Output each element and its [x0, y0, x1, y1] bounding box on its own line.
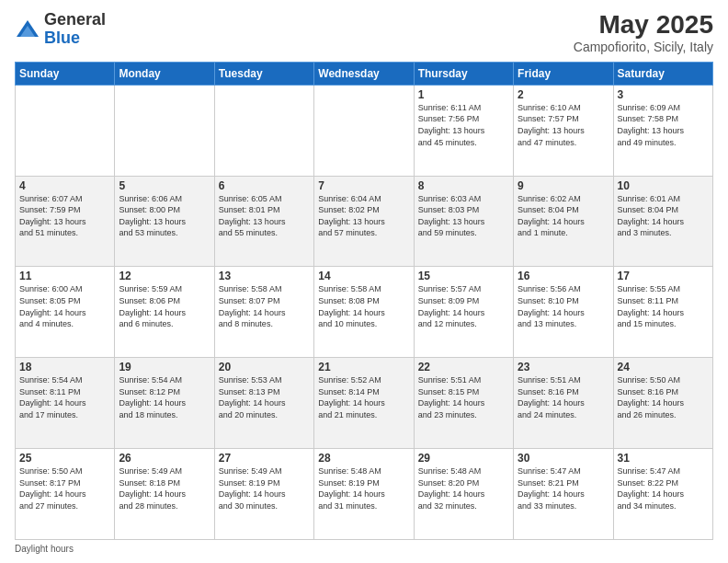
day-info: Sunrise: 6:02 AM Sunset: 8:04 PM Dayligh… — [518, 193, 609, 239]
day-number: 10 — [618, 179, 709, 192]
calendar-cell: 29Sunrise: 5:48 AM Sunset: 8:20 PM Dayli… — [414, 449, 513, 540]
footer-label: Daylight hours — [15, 544, 74, 554]
day-info: Sunrise: 6:09 AM Sunset: 7:58 PM Dayligh… — [618, 102, 709, 148]
calendar-week-row: 11Sunrise: 6:00 AM Sunset: 8:05 PM Dayli… — [16, 267, 713, 358]
day-info: Sunrise: 5:48 AM Sunset: 8:19 PM Dayligh… — [318, 465, 409, 511]
header: General Blue May 2025 Campofiorito, Sici… — [15, 11, 713, 54]
calendar-cell — [214, 85, 313, 176]
day-number: 4 — [19, 179, 110, 192]
calendar-day-header: Monday — [115, 62, 214, 85]
day-info: Sunrise: 5:53 AM Sunset: 8:13 PM Dayligh… — [219, 374, 310, 420]
day-info: Sunrise: 6:10 AM Sunset: 7:57 PM Dayligh… — [518, 102, 609, 148]
day-number: 13 — [219, 270, 310, 282]
day-number: 3 — [618, 88, 709, 101]
day-number: 24 — [618, 361, 709, 373]
day-number: 5 — [119, 179, 210, 192]
calendar-cell — [16, 85, 115, 176]
day-info: Sunrise: 5:54 AM Sunset: 8:11 PM Dayligh… — [19, 374, 110, 420]
day-info: Sunrise: 5:54 AM Sunset: 8:12 PM Dayligh… — [119, 374, 210, 420]
footer: Daylight hours — [15, 544, 713, 554]
day-info: Sunrise: 5:56 AM Sunset: 8:10 PM Dayligh… — [518, 283, 609, 329]
day-info: Sunrise: 5:49 AM Sunset: 8:18 PM Dayligh… — [119, 465, 210, 511]
calendar-cell: 31Sunrise: 5:47 AM Sunset: 8:22 PM Dayli… — [613, 449, 712, 540]
page: General Blue May 2025 Campofiorito, Sici… — [0, 0, 728, 563]
day-info: Sunrise: 6:07 AM Sunset: 7:59 PM Dayligh… — [19, 193, 110, 239]
calendar-cell: 12Sunrise: 5:59 AM Sunset: 8:06 PM Dayli… — [115, 267, 214, 358]
day-number: 15 — [418, 270, 509, 282]
title-block: May 2025 Campofiorito, Sicily, Italy — [574, 11, 713, 54]
calendar-table: SundayMondayTuesdayWednesdayThursdayFrid… — [15, 62, 713, 540]
calendar-cell: 15Sunrise: 5:57 AM Sunset: 8:09 PM Dayli… — [414, 267, 513, 358]
day-info: Sunrise: 5:58 AM Sunset: 8:08 PM Dayligh… — [318, 283, 409, 329]
day-info: Sunrise: 6:05 AM Sunset: 8:01 PM Dayligh… — [219, 193, 310, 239]
calendar-cell: 5Sunrise: 6:06 AM Sunset: 8:00 PM Daylig… — [115, 176, 214, 267]
day-number: 9 — [518, 179, 609, 192]
calendar-cell: 18Sunrise: 5:54 AM Sunset: 8:11 PM Dayli… — [16, 358, 115, 449]
day-number: 31 — [618, 452, 709, 465]
logo-icon — [15, 17, 40, 42]
calendar-day-header: Tuesday — [214, 62, 313, 85]
calendar-cell: 17Sunrise: 5:55 AM Sunset: 8:11 PM Dayli… — [613, 267, 712, 358]
day-info: Sunrise: 5:49 AM Sunset: 8:19 PM Dayligh… — [219, 465, 310, 511]
calendar-cell: 27Sunrise: 5:49 AM Sunset: 8:19 PM Dayli… — [214, 449, 313, 540]
day-info: Sunrise: 5:48 AM Sunset: 8:20 PM Dayligh… — [418, 465, 509, 511]
calendar-cell: 6Sunrise: 6:05 AM Sunset: 8:01 PM Daylig… — [214, 176, 313, 267]
calendar-cell: 3Sunrise: 6:09 AM Sunset: 7:58 PM Daylig… — [613, 85, 712, 176]
day-number: 6 — [219, 179, 310, 192]
logo-general: General — [44, 10, 106, 29]
day-number: 2 — [518, 88, 609, 101]
day-info: Sunrise: 5:57 AM Sunset: 8:09 PM Dayligh… — [418, 283, 509, 329]
calendar-cell: 28Sunrise: 5:48 AM Sunset: 8:19 PM Dayli… — [314, 449, 414, 540]
day-info: Sunrise: 6:04 AM Sunset: 8:02 PM Dayligh… — [318, 193, 409, 239]
day-info: Sunrise: 5:52 AM Sunset: 8:14 PM Dayligh… — [318, 374, 409, 420]
calendar-cell: 25Sunrise: 5:50 AM Sunset: 8:17 PM Dayli… — [16, 449, 115, 540]
calendar-cell: 2Sunrise: 6:10 AM Sunset: 7:57 PM Daylig… — [514, 85, 613, 176]
logo-blue: Blue — [44, 29, 80, 47]
month-title: May 2025 — [574, 11, 713, 40]
day-number: 29 — [418, 452, 509, 465]
day-info: Sunrise: 5:59 AM Sunset: 8:06 PM Dayligh… — [119, 283, 210, 329]
calendar-cell: 24Sunrise: 5:50 AM Sunset: 8:16 PM Dayli… — [613, 358, 712, 449]
day-number: 17 — [618, 270, 709, 282]
calendar-cell: 23Sunrise: 5:51 AM Sunset: 8:16 PM Dayli… — [514, 358, 613, 449]
day-info: Sunrise: 5:55 AM Sunset: 8:11 PM Dayligh… — [618, 283, 709, 329]
calendar-cell: 16Sunrise: 5:56 AM Sunset: 8:10 PM Dayli… — [514, 267, 613, 358]
calendar-week-row: 1Sunrise: 6:11 AM Sunset: 7:56 PM Daylig… — [16, 85, 713, 176]
day-number: 23 — [518, 361, 609, 373]
location: Campofiorito, Sicily, Italy — [574, 40, 713, 54]
calendar-cell: 19Sunrise: 5:54 AM Sunset: 8:12 PM Dayli… — [115, 358, 214, 449]
calendar-day-header: Friday — [514, 62, 613, 85]
day-number: 20 — [219, 361, 310, 373]
day-info: Sunrise: 5:58 AM Sunset: 8:07 PM Dayligh… — [219, 283, 310, 329]
day-number: 19 — [119, 361, 210, 373]
calendar-cell: 21Sunrise: 5:52 AM Sunset: 8:14 PM Dayli… — [314, 358, 414, 449]
day-info: Sunrise: 5:47 AM Sunset: 8:22 PM Dayligh… — [618, 465, 709, 511]
calendar-day-header: Wednesday — [314, 62, 414, 85]
day-info: Sunrise: 5:51 AM Sunset: 8:16 PM Dayligh… — [518, 374, 609, 420]
day-number: 25 — [19, 452, 110, 465]
day-number: 22 — [418, 361, 509, 373]
day-info: Sunrise: 5:47 AM Sunset: 8:21 PM Dayligh… — [518, 465, 609, 511]
logo-text: General Blue — [44, 11, 106, 48]
day-number: 18 — [19, 361, 110, 373]
calendar-cell: 8Sunrise: 6:03 AM Sunset: 8:03 PM Daylig… — [414, 176, 513, 267]
day-number: 1 — [418, 88, 509, 101]
calendar-cell — [115, 85, 214, 176]
calendar-week-row: 4Sunrise: 6:07 AM Sunset: 7:59 PM Daylig… — [16, 176, 713, 267]
calendar-cell: 30Sunrise: 5:47 AM Sunset: 8:21 PM Dayli… — [514, 449, 613, 540]
day-number: 8 — [418, 179, 509, 192]
calendar-cell: 13Sunrise: 5:58 AM Sunset: 8:07 PM Dayli… — [214, 267, 313, 358]
calendar-header-row: SundayMondayTuesdayWednesdayThursdayFrid… — [16, 62, 713, 85]
day-info: Sunrise: 5:50 AM Sunset: 8:17 PM Dayligh… — [19, 465, 110, 511]
day-info: Sunrise: 6:06 AM Sunset: 8:00 PM Dayligh… — [119, 193, 210, 239]
day-number: 28 — [318, 452, 409, 465]
calendar-day-header: Saturday — [613, 62, 712, 85]
day-info: Sunrise: 6:03 AM Sunset: 8:03 PM Dayligh… — [418, 193, 509, 239]
day-info: Sunrise: 5:51 AM Sunset: 8:15 PM Dayligh… — [418, 374, 509, 420]
day-info: Sunrise: 5:50 AM Sunset: 8:16 PM Dayligh… — [618, 374, 709, 420]
day-number: 11 — [19, 270, 110, 282]
calendar-day-header: Thursday — [414, 62, 513, 85]
day-number: 12 — [119, 270, 210, 282]
day-number: 30 — [518, 452, 609, 465]
day-number: 7 — [318, 179, 409, 192]
